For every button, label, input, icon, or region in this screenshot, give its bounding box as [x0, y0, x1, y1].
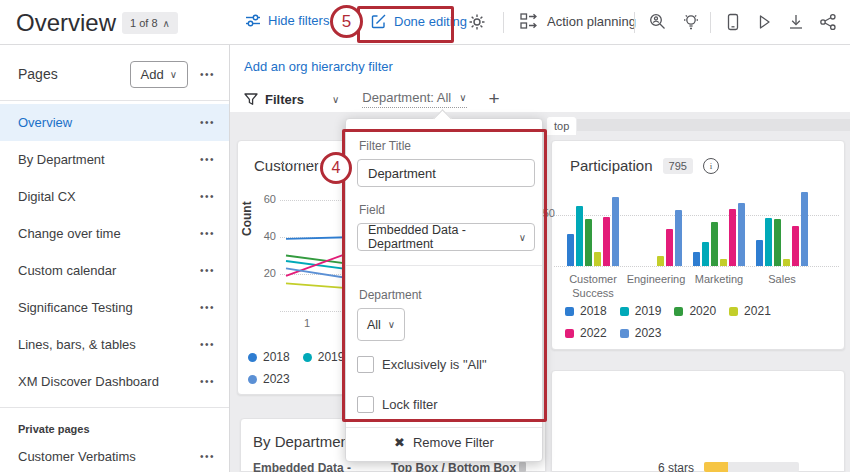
lightbulb-icon[interactable]	[682, 13, 700, 31]
bar-marketing-2021[interactable]	[720, 259, 727, 266]
sidebar-item-overview[interactable]: Overview•••	[0, 104, 229, 141]
filters-label[interactable]: Filters	[265, 92, 304, 107]
legend-dot-icon	[303, 353, 312, 362]
legend-item-2021[interactable]: 2021	[729, 304, 771, 318]
legend-item-2018[interactable]: 2018	[248, 350, 290, 364]
legend-swatch-icon	[674, 307, 683, 316]
legend-item-2018[interactable]: 2018	[565, 304, 607, 318]
popup-divider	[346, 427, 542, 428]
download-icon[interactable]	[787, 13, 805, 31]
bar-engineering-2022[interactable]	[666, 229, 673, 266]
bar-sales-2021[interactable]	[783, 259, 790, 266]
bar-marketing-2022[interactable]	[729, 209, 736, 266]
sidebar-item-lines-bars-tables[interactable]: Lines, bars, & tables•••	[0, 326, 229, 363]
y-tick: 60	[258, 193, 276, 205]
page-pager[interactable]: 1 of 8 ∧	[122, 12, 178, 34]
bar-engineering-2021[interactable]	[657, 256, 664, 266]
legend-label: 2019	[318, 350, 345, 364]
legend-swatch-icon	[729, 307, 738, 316]
bar-marketing-2019[interactable]	[702, 242, 709, 266]
org-hierarchy-filter-link[interactable]: Add an org hierarchy filter	[244, 59, 393, 74]
top-tab[interactable]: top	[547, 117, 576, 135]
sidebar-item-label: Overview	[18, 115, 200, 130]
bar-sales-2019[interactable]	[765, 218, 772, 266]
chevron-down-icon: ∨	[459, 92, 466, 103]
bar-engineering-2023[interactable]	[675, 210, 682, 266]
item-menu-icon[interactable]: •••	[200, 265, 215, 276]
item-menu-icon[interactable]: •••	[200, 191, 215, 202]
lock-filter-checkbox[interactable]	[357, 396, 374, 413]
user-search-icon[interactable]	[648, 13, 666, 31]
item-menu-icon[interactable]: •••	[200, 117, 215, 128]
widget-title: By Department	[253, 433, 353, 450]
play-icon[interactable]	[755, 13, 773, 31]
bar-sales-2018[interactable]	[756, 240, 763, 266]
legend-label: 2020	[689, 304, 716, 318]
exclusively-all-checkbox[interactable]	[357, 356, 374, 373]
gear-icon[interactable]	[468, 13, 486, 31]
remove-filter-button[interactable]: ✖ Remove Filter	[346, 435, 542, 450]
bar-sales-2020[interactable]	[774, 219, 781, 266]
mobile-preview-icon[interactable]	[724, 13, 742, 31]
bar-marketing-2023[interactable]	[738, 203, 745, 266]
action-planning-button[interactable]: Action planning	[520, 13, 636, 29]
action-planning-icon	[520, 13, 538, 29]
field-label: Field	[359, 203, 385, 217]
sidebar-item-by-department[interactable]: By Department•••	[0, 141, 229, 178]
legend-item-2019[interactable]: 2019	[620, 304, 662, 318]
field-select[interactable]: Embedded Data - Department ∨	[357, 223, 535, 251]
bar-plot	[552, 186, 842, 266]
department-select[interactable]: All ∨	[357, 308, 405, 341]
bar-customer-success-2023[interactable]	[612, 197, 619, 266]
filter-title-input[interactable]	[357, 159, 535, 187]
bar-sales-2022[interactable]	[792, 226, 799, 266]
bar-track	[704, 462, 799, 472]
chevron-down-icon[interactable]: ∨	[332, 94, 339, 105]
bar-customer-success-2022[interactable]	[603, 217, 610, 266]
info-icon[interactable]: i	[703, 158, 719, 174]
add-filter-button[interactable]: +	[489, 88, 500, 110]
bar-customer-success-2020[interactable]	[585, 219, 592, 266]
item-menu-icon[interactable]: •••	[200, 339, 215, 350]
widget-title: Participation	[570, 157, 653, 174]
sidebar: Pages Add ∨ ••• Overview•••By Department…	[0, 45, 230, 472]
sidebar-item-change-over-time[interactable]: Change over time•••	[0, 215, 229, 252]
legend-item-2019[interactable]: 2019	[303, 350, 345, 364]
item-menu-icon[interactable]: •••	[200, 376, 215, 387]
item-menu-icon[interactable]: •••	[200, 302, 215, 313]
done-editing-button[interactable]: Done editing	[371, 13, 467, 29]
sidebar-item-customer-verbatims[interactable]: Customer Verbatims•••	[0, 438, 229, 472]
sidebar-item-custom-calendar[interactable]: Custom calendar•••	[0, 252, 229, 289]
bar-sales-2023[interactable]	[801, 192, 808, 266]
legend-item-2022[interactable]: 2022	[565, 326, 607, 340]
legend-item-2023[interactable]: 2023	[248, 372, 290, 386]
bar-marketing-2020[interactable]	[711, 222, 718, 266]
bar-customer-success-2019[interactable]	[576, 206, 583, 266]
active-filter-chip[interactable]: Department: All ∨	[362, 90, 466, 108]
bar-marketing-2018[interactable]	[693, 252, 700, 266]
share-icon[interactable]	[819, 13, 837, 31]
legend-label: 2018	[580, 304, 607, 318]
close-icon: ✖	[394, 435, 405, 450]
item-menu-icon[interactable]: •••	[200, 154, 215, 165]
scrollbar-thumb[interactable]	[519, 461, 526, 472]
app-window: Overview 1 of 8 ∧ Hide filters (1) Done …	[0, 0, 850, 472]
bar-customer-success-2021[interactable]	[594, 252, 601, 266]
top-bar: Overview 1 of 8 ∧ Hide filters (1) Done …	[0, 0, 850, 45]
sidebar-item-digital-cx[interactable]: Digital CX•••	[0, 178, 229, 215]
annotation-circle-step5: 5	[330, 5, 363, 38]
chevron-down-icon: ∨	[170, 69, 177, 80]
item-menu-icon[interactable]: •••	[200, 451, 215, 462]
x-tick: 1	[300, 317, 314, 329]
bar-customer-success-2018[interactable]	[567, 234, 574, 266]
pages-menu-icon[interactable]: •••	[200, 69, 215, 80]
scroll-strip	[577, 119, 850, 131]
legend-item-2023[interactable]: 2023	[620, 326, 662, 340]
sidebar-item-significance-testing[interactable]: Significance Testing•••	[0, 289, 229, 326]
add-page-button[interactable]: Add ∨	[130, 61, 188, 88]
sidebar-item-label: Lines, bars, & tables	[18, 337, 200, 352]
sidebar-item-xm-discover-dashboard[interactable]: XM Discover Dashboard•••	[0, 363, 229, 400]
legend-item-2020[interactable]: 2020	[674, 304, 716, 318]
sidebar-item-label: Change over time	[18, 226, 200, 241]
item-menu-icon[interactable]: •••	[200, 228, 215, 239]
